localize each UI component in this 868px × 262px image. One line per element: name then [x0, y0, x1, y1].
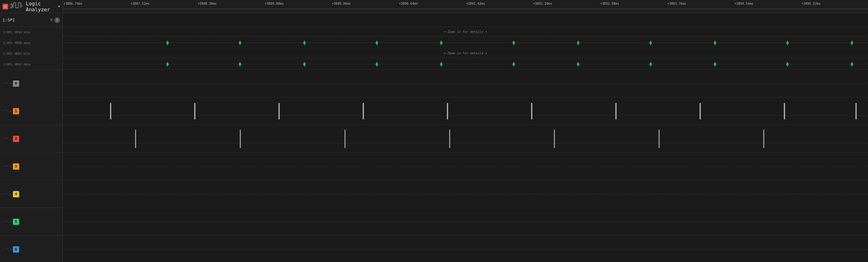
channel-6-badge[interactable]: 6: [13, 246, 19, 253]
channel-3-signal-preview: ⌐ ‾⌐ _✕: [2, 165, 11, 168]
channel-6-label: ⌐ ‾⌐ _✕ 6: [0, 236, 63, 262]
channel-3-badge[interactable]: 3: [13, 163, 19, 170]
svg-rect-34: [763, 130, 764, 148]
header-left: × Logic Analyzer ▼: [0, 0, 63, 13]
spi-mosi-bits-text: 1:SPI: MOSI bits: [3, 52, 30, 55]
svg-rect-32: [554, 130, 555, 148]
green-diamond: [303, 40, 306, 45]
channel-4-waveform: [63, 180, 868, 208]
spi-mosi-data-text: 1:SPI: MOSI data: [3, 63, 30, 66]
time-label-item: +3893.76ms: [667, 2, 734, 9]
timeline-header: +3886.74ms+3887.52ms+3888.30ms+3889.08ms…: [63, 0, 868, 13]
time-label-item: +3894.54ms: [734, 2, 801, 9]
svg-rect-0: [10, 4, 12, 8]
spi-mosi-bits-label: 1:SPI: MOSI bits: [0, 48, 63, 59]
channel-0-signal-preview: ⌐ ‾⌐ _✕: [2, 82, 11, 85]
svg-rect-18: [194, 103, 195, 119]
channel-6-waveform: [63, 236, 868, 262]
spi-miso-bits-label: 1:SPI: MISO bits: [0, 27, 63, 37]
time-tick-area: +3886.74ms+3887.52ms+3888.30ms+3889.08ms…: [63, 0, 868, 13]
close-icon: ×: [4, 4, 6, 9]
channel-5-num: 5: [15, 220, 17, 224]
spi-miso-data-row: 1:SPI: MISO data: [0, 38, 868, 48]
channel-0-num: 0: [15, 81, 17, 86]
channel-0-svg: [63, 70, 868, 97]
time-label-item: +3888.30ms: [197, 2, 264, 9]
dropdown-icon[interactable]: ▼: [58, 5, 60, 8]
svg-rect-20: [363, 103, 364, 119]
spi-miso-bits-wave: ← Zoom in for details →: [63, 27, 868, 37]
app-title: Logic Analyzer: [26, 1, 56, 12]
svg-rect-33: [659, 130, 660, 148]
miso-bits-waveform-svg: [63, 27, 868, 37]
spi-miso-bits-text: 1:SPI: MISO bits: [3, 31, 30, 34]
svg-rect-26: [856, 103, 857, 119]
channel-2-svg: [63, 125, 868, 152]
green-diamond: [376, 62, 378, 67]
spi-mosi-data-label: 1:SPI: MOSI data: [0, 59, 63, 69]
green-diamond: [714, 62, 716, 67]
green-diamond: [239, 62, 241, 67]
tick-line-row: [63, 9, 868, 11]
channel-6-svg: [63, 236, 868, 262]
channel-1-num: 1: [15, 109, 17, 113]
channel-4-signal-preview: ⌐ ‾⌐ _✕: [2, 193, 11, 195]
channel-1-signal-preview: ⌐ ‾⌐ _✕: [2, 110, 11, 112]
close-button[interactable]: ×: [2, 4, 8, 9]
time-label-item: +3889.86ms: [331, 2, 399, 9]
channel-4-svg: [63, 180, 868, 208]
svg-rect-17: [110, 103, 111, 119]
app-container: × Logic Analyzer ▼: [0, 0, 868, 262]
svg-rect-19: [278, 103, 280, 119]
time-label-item: +3892.20ms: [533, 2, 600, 9]
green-diamond: [166, 40, 169, 45]
channel-4-row: ⌐ ‾⌐ _✕ 4: [0, 180, 868, 208]
time-label-item: +3890.64ms: [399, 2, 466, 9]
channel-5-svg: [63, 208, 868, 235]
channel-3-num: 3: [15, 164, 17, 168]
green-diamond: [786, 40, 789, 45]
spi-miso-data-text: 1:SPI: MISO data: [3, 41, 30, 44]
spi-header-row: 1:SPI 0 D: [0, 13, 868, 27]
time-labels-row: +3886.74ms+3887.52ms+3888.30ms+3889.08ms…: [63, 2, 868, 9]
svg-rect-29: [240, 130, 241, 148]
time-label-item: +3891.42ms: [465, 2, 533, 9]
green-diamond: [166, 62, 169, 67]
channel-1-label: ⌐ ‾⌐ _✕ 1: [0, 97, 63, 125]
green-diamond: [714, 40, 716, 45]
green-diamond: [239, 40, 241, 45]
channel-4-label: ⌐ ‾⌐ _✕ 4: [0, 180, 63, 208]
channel-2-num: 2: [15, 137, 17, 141]
spi-d-badge[interactable]: D: [54, 17, 60, 23]
channel-2-row: ⌐ ‾⌐ _✕ 2: [0, 125, 868, 153]
sub-tick-line-row: [63, 11, 868, 13]
spi-section: 1:SPI 0 D 1:SPI: MISO bits ← Zoom in for…: [0, 13, 868, 70]
green-diamond: [512, 62, 515, 67]
spi-mosi-bits-wave: ← Zoom in for details →: [63, 48, 868, 59]
svg-rect-25: [784, 103, 785, 119]
mosi-data-diamonds: [63, 59, 868, 69]
spi-mosi-data-row: 1:SPI: MOSI data: [0, 59, 868, 69]
channel-0-row: ⌐ ‾⌐ _✕ 0: [0, 70, 868, 97]
miso-data-diamonds: [63, 38, 868, 48]
channel-5-signal-preview: ⌐ ‾⌐ _✕: [2, 221, 11, 223]
svg-rect-31: [449, 130, 450, 148]
channel-1-svg: [63, 97, 868, 125]
svg-rect-22: [531, 103, 532, 119]
channel-0-badge[interactable]: 0: [13, 80, 19, 87]
channel-4-badge[interactable]: 4: [13, 191, 19, 197]
green-diamond: [577, 40, 580, 45]
channel-3-svg: [63, 153, 868, 180]
channel-5-badge[interactable]: 5: [13, 219, 19, 225]
channel-3-label: ⌐ ‾⌐ _✕ 3: [0, 153, 63, 180]
channel-6-row: ⌐ ‾⌐ _✕ 6: [0, 236, 868, 262]
green-diamond: [577, 62, 580, 67]
channel-4-num: 4: [15, 192, 17, 196]
time-label-item: +3895.32ms: [801, 2, 868, 9]
channel-1-badge[interactable]: 1: [13, 108, 19, 114]
green-diamond: [303, 62, 306, 67]
logic-waves-icon: [10, 2, 23, 11]
channel-2-badge[interactable]: 2: [13, 136, 19, 142]
channel-5-label: ⌐ ‾⌐ _✕ 5: [0, 208, 63, 235]
time-label-item: +3889.08ms: [264, 2, 332, 9]
